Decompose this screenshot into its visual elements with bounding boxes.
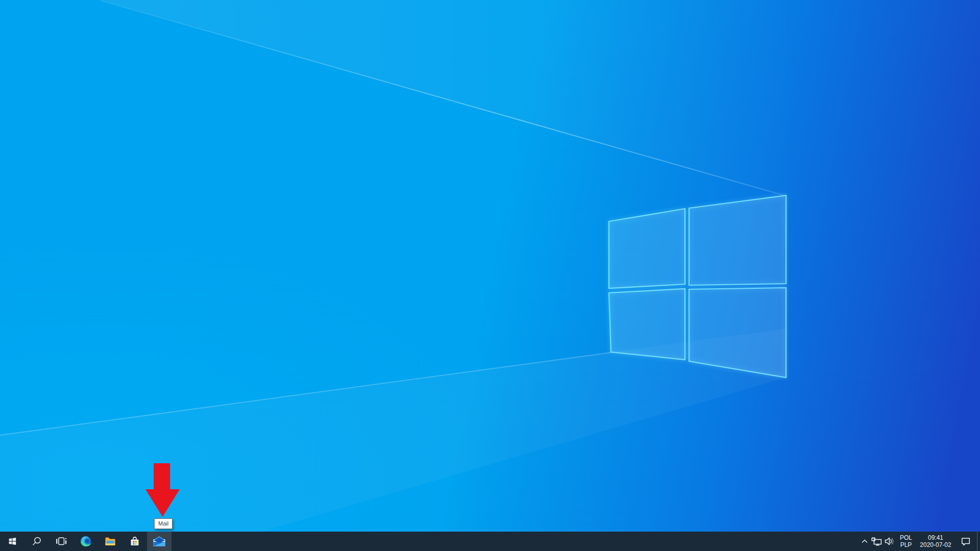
clock-time: 09:41 (928, 534, 943, 541)
taskbar-search-button[interactable] (24, 532, 49, 551)
tray-clock-button[interactable]: 09:41 2020-07-02 (917, 532, 954, 551)
taskbar-start-button[interactable] (0, 532, 24, 551)
tray-language-button[interactable]: POL PLP (895, 532, 917, 551)
keyboard-layout-code: PLP (900, 541, 912, 548)
taskbar-file-explorer-button[interactable] (98, 532, 122, 551)
tray-action-center-button[interactable] (954, 532, 977, 551)
task-view-icon (55, 535, 67, 547)
magnifier-icon (31, 536, 42, 547)
show-desktop-button[interactable] (977, 532, 980, 551)
speaker-volume-icon (885, 537, 894, 546)
edge-swirl-icon (80, 535, 92, 547)
clock-date: 2020-07-02 (920, 541, 951, 548)
taskbar-edge-button[interactable] (74, 532, 98, 551)
store-bag-icon (129, 535, 141, 547)
desktop[interactable] (0, 0, 980, 532)
chevron-up-icon (861, 539, 868, 544)
taskbar-pinned-apps (0, 532, 172, 551)
notification-bubble-icon (961, 537, 971, 546)
ethernet-monitor-icon (871, 537, 883, 546)
system-tray: POL PLP 09:41 2020-07-02 (859, 532, 980, 551)
tray-overflow-button[interactable] (859, 532, 871, 551)
tray-volume-button[interactable] (883, 532, 895, 551)
windows-logo-graphic (605, 191, 789, 380)
mail-envelope-icon (153, 535, 166, 547)
windows-logo-icon (8, 537, 17, 545)
folder-icon (104, 535, 116, 547)
taskbar-mail-button[interactable] (147, 532, 172, 551)
taskbar-empty-area (172, 532, 859, 551)
taskbar-tooltip: Mail (154, 518, 173, 529)
screen: Mail (0, 0, 980, 551)
taskbar: POL PLP 09:41 2020-07-02 (0, 532, 980, 551)
language-code: POL (900, 534, 912, 541)
taskbar-store-button[interactable] (122, 532, 147, 551)
taskbar-task-view-button[interactable] (49, 532, 74, 551)
tray-network-button[interactable] (871, 532, 883, 551)
